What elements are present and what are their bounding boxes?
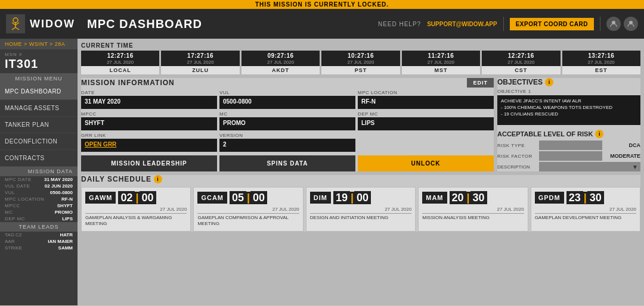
tz-name-4: MST: [402, 66, 480, 74]
field-mpc-location: MPC LOCATION RF-N: [358, 90, 494, 109]
timezone-card-pst: 10:27:16 27 JUL 2020 PST: [321, 51, 400, 74]
schedule-card-0: GAWM 02 | 00 27 JUL 2020 GAMEPLAN ANALYS…: [81, 187, 191, 232]
breadcrumb: HOME > WSINT > 28A: [0, 39, 78, 49]
current-time-label: CURRENT TIME: [81, 42, 640, 49]
risk-type-label: RISK TYPE: [497, 143, 539, 148]
mid-section: MISSION INFORMATION EDIT DATE 31 MAY 202…: [81, 78, 640, 171]
tz-name-1: ZULU: [161, 66, 239, 74]
content-area: CURRENT TIME 12:27:16 27 JUL 2020 LOCAL …: [78, 39, 644, 305]
mission-leadership-button[interactable]: MISSION LEADERSHIP: [81, 155, 217, 171]
timezone-bar: 12:27:16 27 JUL 2020 LOCAL 17:27:16 27 J…: [81, 51, 640, 74]
sidebar-item-contracts[interactable]: CONTRACTS: [0, 150, 78, 167]
mission-data-value-4: SHYFT: [57, 203, 73, 208]
spins-data-button[interactable]: SPINS DATA: [219, 155, 355, 171]
field-dep-mc: DEP MC LIPS: [358, 111, 494, 130]
card-min-3: 30: [470, 191, 487, 204]
risk-factor-row: RISK FACTOR MODERATE: [497, 151, 640, 161]
field-mc-value: PROMO: [219, 117, 355, 130]
sidebar-item-tanker-plan[interactable]: TANKER PLAN: [0, 117, 78, 133]
timezone-card-zulu: 17:27:16 27 JUL 2020 ZULU: [161, 51, 239, 74]
unlock-button[interactable]: UNLOCK: [358, 155, 494, 171]
risk-desc-dropdown[interactable]: ▼: [539, 162, 640, 171]
mission-data-value-0: 31 MAY 2020: [44, 177, 73, 182]
card-desc-0: GAMEPLAN ANALYSIS & WARGAMING MEETING: [85, 215, 187, 227]
tz-name-6: EST: [562, 66, 640, 74]
acceptable-risk-title: ACCEPTABLE LEVEL OF RISK i: [497, 130, 640, 138]
card-time-4: 23 | 30: [566, 191, 604, 204]
team-lead-rows: TAG CZ HATR AAR IAN MAIER STRIKE SAMM: [0, 232, 78, 251]
timezone-card-akdt: 09:27:16 27 JUL 2020 AKDT: [242, 51, 320, 74]
card-min-2: 00: [354, 191, 371, 204]
main-layout: HOME > WSINT > 28A MSN # IT301 MISSION M…: [0, 39, 644, 305]
tz-time-5: 12:27:16: [482, 51, 560, 60]
tz-time-1: 17:27:16: [161, 51, 239, 60]
sidebar: HOME > WSINT > 28A MSN # IT301 MISSION M…: [0, 39, 78, 305]
card-date-0: 27 JUL 2020: [85, 207, 187, 212]
mission-data-row-2: VUL 0500-0800: [0, 189, 78, 196]
risk-factor-value: MODERATE: [605, 153, 640, 159]
card-date-2: 27 JUL 2020: [310, 207, 411, 212]
mission-data-title: MISSION DATA: [0, 167, 78, 176]
field-date: DATE 31 MAY 2020: [81, 90, 217, 109]
card-hour-3: 20: [450, 191, 466, 204]
risk-type-row: RISK TYPE DCA: [497, 140, 640, 150]
risk-info-icon[interactable]: i: [595, 130, 603, 138]
card-min-1: 00: [250, 191, 267, 204]
objective-1-content: ACHIEVE JFACC'S INTENT IAW ALR - 100% CH…: [497, 95, 640, 125]
card-sep-0: |: [135, 192, 139, 204]
card-sep-4: |: [583, 192, 587, 204]
edit-button[interactable]: EDIT: [467, 78, 494, 88]
mission-data-rows: MPC DATE 31 MAY 2020 VUL DATE 02 JUN 202…: [0, 176, 78, 222]
mission-info-panel: MISSION INFORMATION EDIT DATE 31 MAY 202…: [81, 78, 494, 171]
mission-data-row-3: MPC LOCATION RF-N: [0, 196, 78, 202]
tz-time-0: 12:27:16: [81, 51, 159, 60]
tz-date-5: 27 JUL 2020: [482, 60, 560, 66]
export-coord-card-button[interactable]: EXPORT COORD CARD: [510, 18, 594, 30]
sidebar-item-deconfliction[interactable]: DECONFLICTION: [0, 133, 78, 150]
objectives-title: OBJECTIVES i: [497, 78, 640, 86]
mission-data-label-3: MPC LOCATION: [5, 196, 44, 202]
app-header: WIDOW MPC DASHBOARD NEED HELP? SUPPORT@W…: [0, 9, 644, 39]
field-dep-mc-value: LIPS: [358, 117, 494, 130]
mission-data-label-1: VUL DATE: [5, 183, 30, 189]
mission-locked-banner: THIS MISSION IS CURRENTLY LOCKED.: [0, 0, 644, 9]
tz-date-1: 27 JUL 2020: [161, 60, 239, 66]
tz-time-3: 10:27:16: [321, 51, 400, 60]
tz-time-6: 13:27:16: [562, 51, 640, 60]
card-time-3: 20 | 30: [450, 191, 487, 204]
timezone-card-local: 12:27:16 27 JUL 2020 LOCAL: [81, 51, 159, 74]
tz-name-0: LOCAL: [81, 66, 159, 74]
field-version-value: 2: [219, 139, 355, 152]
mission-data-value-3: RF-N: [61, 196, 73, 202]
mission-id-section: MSN # IT301: [0, 49, 78, 74]
card-top-4: GPDM 23 | 30: [535, 191, 636, 204]
badge-icons-area: [606, 17, 638, 31]
card-code-1: GCAM: [197, 192, 227, 204]
card-date-3: 27 JUL 2020: [422, 207, 524, 212]
card-top-2: DIM 19 | 00: [310, 191, 411, 204]
widow-logo-icon: [6, 14, 25, 33]
card-desc-3: MISSION ANALYSIS MEETING: [422, 215, 524, 221]
mission-data-row-4: MPCC SHYFT: [0, 202, 78, 209]
field-grr-link-value[interactable]: OPEN GRR: [81, 139, 217, 152]
mission-data-row-6: DEP MC LIPS: [0, 216, 78, 222]
card-min-0: 00: [140, 191, 156, 204]
mission-data-row-1: VUL DATE 02 JUN 2020: [0, 183, 78, 189]
objectives-info-icon[interactable]: i: [545, 78, 553, 86]
risk-desc-label: DESCRIPTION: [497, 164, 539, 170]
support-email[interactable]: SUPPORT@WIDOW.APP: [427, 21, 497, 27]
mission-data-label-2: VUL: [5, 190, 15, 195]
sidebar-item-manage-assets[interactable]: MANAGE ASSETS: [0, 100, 78, 117]
mission-data-value-5: PROMO: [55, 210, 73, 215]
sidebar-item-mpc-dashboard[interactable]: MPC DASHBOARD: [0, 83, 78, 100]
schedule-info-icon[interactable]: i: [154, 175, 162, 183]
card-time-2: 19 | 00: [333, 191, 371, 204]
card-code-4: GPDM: [535, 192, 564, 204]
card-hour-4: 23: [566, 191, 583, 204]
mission-info-form: DATE 31 MAY 2020 VUL 0500-0800 MPC LOCAT…: [81, 90, 494, 152]
field-mpcc: MPCC SHYFT: [81, 111, 217, 130]
timezone-card-est: 13:27:16 27 JUL 2020 EST: [562, 51, 640, 74]
tz-name-2: AKDT: [242, 66, 320, 74]
tz-time-4: 11:27:16: [402, 51, 480, 60]
field-mc: MC PROMO: [219, 111, 355, 130]
